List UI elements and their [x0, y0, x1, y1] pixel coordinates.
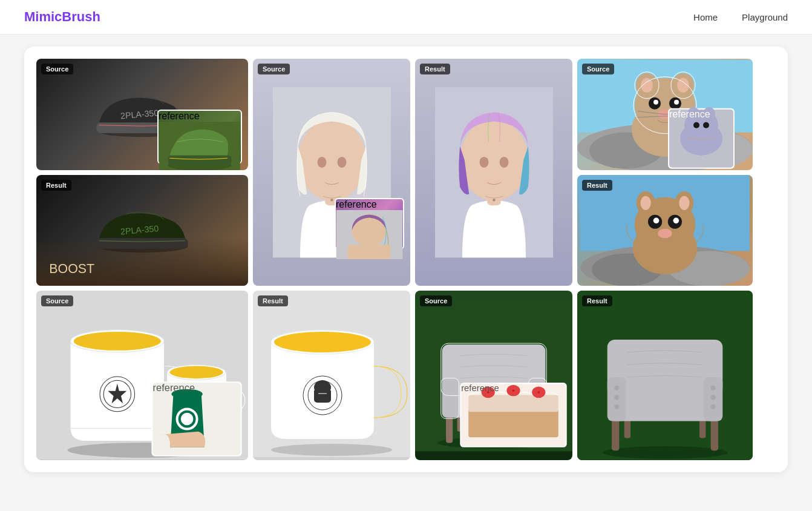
svg-point-37 — [653, 100, 658, 105]
squirrel-source-cell: Source — [577, 59, 753, 170]
svg-point-64 — [640, 196, 650, 209]
mug-source-cell: Source — [36, 291, 248, 460]
mug-result-badge: Result — [258, 295, 288, 306]
chair-result-image — [577, 291, 753, 460]
face-ref-badge: reference — [336, 199, 377, 209]
svg-point-90 — [274, 332, 371, 352]
green-shoe-image — [159, 122, 241, 170]
header: MimicBrush Home Playground — [0, 0, 812, 35]
svg-point-130 — [614, 395, 619, 400]
svg-point-74 — [74, 332, 161, 351]
svg-point-131 — [614, 404, 619, 409]
shoe-source-badge: Source — [41, 64, 73, 74]
colorful-hair-image — [336, 210, 403, 259]
chair-result-cell: Result — [577, 291, 753, 460]
svg-point-14 — [337, 157, 346, 168]
face-result-badge: Result — [420, 64, 450, 74]
shoe-result-badge: Result — [41, 180, 71, 191]
svg-point-132 — [711, 386, 716, 391]
svg-text:reference: reference — [669, 109, 710, 119]
svg-point-23 — [499, 157, 508, 168]
shoe-source-cell: Source — [36, 59, 248, 170]
squirrel-result-cell: Result — [577, 175, 753, 286]
face-result-cell: Result — [415, 59, 572, 286]
chair-source-cell: Source — [415, 291, 572, 460]
svg-rect-18 — [348, 245, 391, 259]
squirrel-result-image — [577, 175, 753, 286]
squirrel-source-badge: Source — [582, 64, 614, 74]
mug-source-image: reference — [36, 291, 248, 460]
svg-point-54 — [703, 122, 709, 128]
svg-point-134 — [711, 404, 716, 409]
svg-text:reference: reference — [153, 382, 195, 393]
svg-point-15 — [330, 199, 333, 202]
svg-point-117 — [537, 391, 540, 394]
svg-point-68 — [653, 217, 660, 223]
face-reference-overlay: reference — [335, 198, 404, 249]
svg-point-21 — [460, 119, 528, 200]
svg-point-13 — [317, 157, 326, 168]
svg-text:reference: reference — [461, 383, 499, 393]
mug-result-cell: Result — [253, 291, 410, 460]
squirrel-source-image: reference — [577, 59, 753, 170]
svg-point-88 — [271, 444, 392, 456]
svg-point-120 — [602, 446, 727, 459]
svg-point-22 — [479, 157, 488, 168]
svg-point-70 — [658, 228, 672, 237]
shoe-result-bottom: BOOST — [36, 237, 248, 286]
chair-source-badge: Source — [420, 295, 452, 306]
svg-rect-111 — [468, 423, 558, 437]
boost-text: BOOST — [41, 249, 203, 281]
svg-rect-110 — [468, 395, 558, 412]
gallery-grid: Source — [36, 59, 776, 460]
nav-playground[interactable]: Playground — [742, 12, 788, 22]
svg-point-85 — [181, 413, 194, 426]
nav: Home Playground — [693, 12, 788, 22]
svg-point-65 — [679, 196, 689, 209]
face-source-badge: Source — [258, 64, 290, 74]
main-content: Source — [0, 35, 812, 484]
squirrel-column: Source — [577, 59, 753, 286]
svg-point-78 — [169, 366, 223, 379]
svg-rect-102 — [442, 378, 459, 418]
svg-point-53 — [693, 122, 699, 128]
svg-point-116 — [512, 389, 515, 392]
squirrel-result-badge: Result — [582, 180, 612, 191]
svg-point-12 — [298, 119, 366, 200]
svg-point-24 — [493, 199, 496, 202]
shoe-column: Source — [36, 59, 248, 286]
shoe-reference-overlay: reference — [157, 110, 242, 164]
svg-point-38 — [674, 100, 679, 105]
gallery-card: Source — [24, 47, 788, 472]
shoe-ref-badge: reference — [159, 111, 200, 121]
mug-source-badge: Source — [41, 295, 73, 306]
nav-home[interactable]: Home — [693, 12, 718, 22]
face-source-cell: Source — [253, 59, 410, 286]
logo: MimicBrush — [24, 9, 100, 25]
svg-point-129 — [614, 386, 619, 391]
svg-rect-5 — [168, 155, 231, 164]
chair-source-image: reference — [415, 291, 572, 460]
shoe-result-cell: Result 2PLA-350 BOOST — [36, 175, 248, 286]
svg-point-69 — [673, 217, 679, 223]
svg-text:BOOST: BOOST — [49, 262, 94, 276]
svg-point-133 — [711, 395, 716, 400]
face-result-image — [435, 70, 553, 275]
chair-result-badge: Result — [582, 295, 612, 306]
mug-result-image — [253, 291, 410, 460]
